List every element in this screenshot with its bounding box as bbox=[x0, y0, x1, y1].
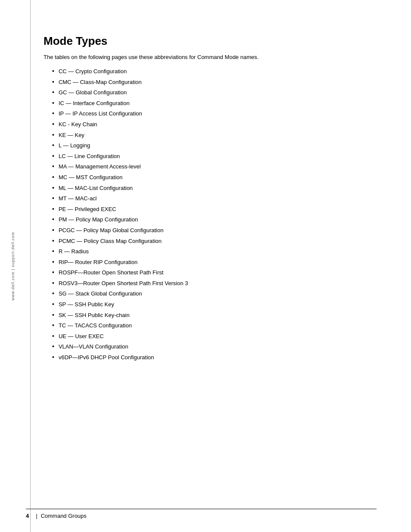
bullet-list: CC — Crypto ConfigurationCMC — Class-Map… bbox=[44, 67, 377, 364]
list-item: GC — Global Configuration bbox=[44, 88, 377, 97]
intro-text: The tables on the following pages use th… bbox=[44, 54, 377, 60]
list-item: MA — Management Access-level bbox=[44, 162, 377, 171]
list-item: TC — TACACS Configuration bbox=[44, 321, 377, 330]
list-item: PM — Policy Map Configuration bbox=[44, 215, 377, 224]
list-item: ROSPF—Router Open Shortest Path First bbox=[44, 268, 377, 277]
list-item: ML — MAC-List Configuration bbox=[44, 184, 377, 193]
side-label: www.dell.com | support.dell.com bbox=[0, 0, 26, 532]
list-item: SG — Stack Global Configuration bbox=[44, 289, 377, 298]
list-item: LC — Line Configuration bbox=[44, 152, 377, 161]
list-item: UE — User EXEC bbox=[44, 332, 377, 341]
list-item: L — Logging bbox=[44, 141, 377, 150]
footer-separator: | bbox=[36, 513, 37, 519]
side-label-text: www.dell.com | support.dell.com bbox=[11, 232, 15, 300]
main-content: Mode Types The tables on the following p… bbox=[35, 0, 411, 532]
list-item: CMC — Class-Map Configuration bbox=[44, 78, 377, 87]
list-item: IC — Interface Configuration bbox=[44, 99, 377, 108]
list-item: KE — Key bbox=[44, 131, 377, 140]
page-title: Mode Types bbox=[44, 34, 377, 48]
list-item: PCMC — Policy Class Map Configuration bbox=[44, 237, 377, 246]
list-item: SP — SSH Public Key bbox=[44, 300, 377, 309]
footer: 4 | Command Groups bbox=[26, 509, 377, 519]
list-item: MT — MAC-acl bbox=[44, 194, 377, 203]
list-item: SK — SSH Public Key-chain bbox=[44, 311, 377, 320]
list-item: v6DP—IPv6 DHCP Pool Configuration bbox=[44, 353, 377, 362]
list-item: IP — IP Access List Configuration bbox=[44, 109, 377, 118]
list-item: RIP— Router RIP Configuration bbox=[44, 258, 377, 267]
list-item: VLAN—VLAN Configuration bbox=[44, 342, 377, 351]
footer-text: Command Groups bbox=[41, 513, 87, 519]
list-item: R — Radius bbox=[44, 247, 377, 256]
list-item: CC — Crypto Configuration bbox=[44, 67, 377, 76]
list-item: PCGC — Policy Map Global Configuration bbox=[44, 226, 377, 235]
page-container: www.dell.com | support.dell.com Mode Typ… bbox=[0, 0, 411, 532]
list-item: ROSV3—Router Open Shortest Path First Ve… bbox=[44, 279, 377, 288]
footer-page-number: 4 bbox=[26, 513, 29, 519]
list-item: KC - Key Chain bbox=[44, 120, 377, 129]
list-item: PE — Privileged EXEC bbox=[44, 205, 377, 214]
left-border-line bbox=[30, 0, 31, 532]
list-item: MC — MST Configuration bbox=[44, 173, 377, 182]
